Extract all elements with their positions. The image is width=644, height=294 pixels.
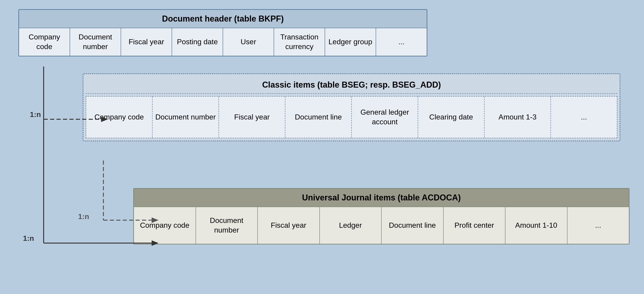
diagram-container: Document header (table BKPF) Company cod… bbox=[0, 0, 644, 294]
bseg-cell-2: Fiscal year bbox=[219, 97, 285, 138]
acdoca-cell-3: Ledger bbox=[320, 207, 382, 244]
bseg-cell-7: ... bbox=[551, 97, 617, 138]
svg-text:1:n: 1:n bbox=[23, 234, 34, 242]
bkpf-cell-7: ... bbox=[376, 28, 427, 56]
bseg-cell-1: Document number bbox=[152, 97, 219, 138]
bseg-cell-5: Clearing date bbox=[418, 97, 484, 138]
bseg-title: Classic items (table BSEG; resp. BSEG_AD… bbox=[86, 76, 617, 94]
bkpf-cell-1: Document number bbox=[70, 28, 121, 56]
acdoca-rows: Company code Document number Fiscal year… bbox=[134, 207, 629, 244]
bseg-cell-6: Amount 1-3 bbox=[484, 97, 551, 138]
acdoca-cell-2: Fiscal year bbox=[258, 207, 320, 244]
acdoca-cell-7: ... bbox=[568, 207, 629, 244]
acdoca-title: Universal Journal items (table ACDOCA) bbox=[134, 189, 629, 207]
bkpf-cell-6: Ledger group bbox=[325, 28, 376, 56]
bseg-cell-3: Document line bbox=[285, 97, 352, 138]
bseg-rows: Company code Document number Fiscal year… bbox=[86, 96, 617, 138]
bkpf-cell-3: Posting date bbox=[172, 28, 223, 56]
bkpf-title: Document header (table BKPF) bbox=[19, 10, 427, 28]
bkpf-cell-4: User bbox=[223, 28, 274, 56]
acdoca-cell-1: Document number bbox=[196, 207, 258, 244]
acdoca-cell-0: Company code bbox=[134, 207, 196, 244]
bseg-cell-4: General ledger account bbox=[352, 97, 418, 138]
svg-text:1:n: 1:n bbox=[30, 110, 41, 119]
acdoca-table: Universal Journal items (table ACDOCA) C… bbox=[133, 188, 630, 245]
bkpf-cell-0: Company code bbox=[19, 28, 70, 56]
svg-text:1:n: 1:n bbox=[78, 212, 89, 221]
acdoca-cell-5: Profit center bbox=[444, 207, 506, 244]
acdoca-cell-4: Document line bbox=[382, 207, 444, 244]
bkpf-rows: Company code Document number Fiscal year… bbox=[19, 28, 427, 56]
bkpf-table: Document header (table BKPF) Company cod… bbox=[18, 9, 427, 56]
bseg-table: Classic items (table BSEG; resp. BSEG_AD… bbox=[83, 73, 620, 141]
acdoca-cell-6: Amount 1-10 bbox=[506, 207, 568, 244]
bkpf-cell-2: Fiscal year bbox=[121, 28, 172, 56]
bseg-cell-0: Company code bbox=[86, 97, 152, 138]
bkpf-cell-5: Transaction currency bbox=[274, 28, 325, 56]
